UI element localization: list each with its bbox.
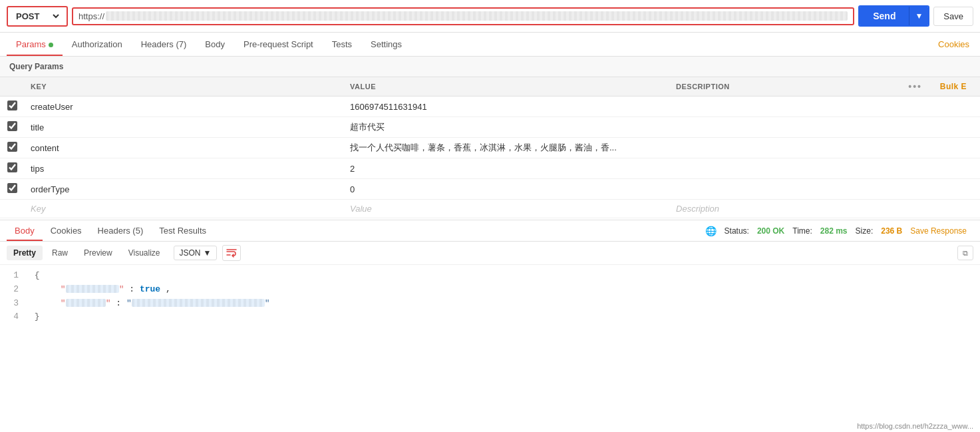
status-area: 🌐 Status: 200 OK Time: 282 ms Size: 236 … <box>699 226 973 236</box>
url-prefix: https:// <box>79 11 104 21</box>
row-description[interactable] <box>669 97 901 117</box>
word-wrap-button[interactable] <box>222 245 241 261</box>
url-bar: POST GET PUT DELETE PATCH https:// Send … <box>0 0 980 33</box>
row-key[interactable]: tips <box>24 158 343 179</box>
send-dropdown-button[interactable]: ▼ <box>909 7 928 25</box>
resp-tab-tests[interactable]: Test Results <box>151 220 214 241</box>
time-value: 282 ms <box>820 226 848 236</box>
method-select-wrapper[interactable]: POST GET PUT DELETE PATCH <box>7 6 68 27</box>
chevron-down-icon: ▼ <box>204 248 212 258</box>
code-line-4: 4 } <box>7 310 973 324</box>
row-key[interactable]: content <box>24 138 343 158</box>
tab-params[interactable]: Params <box>7 33 63 56</box>
table-row: createUser 1606974511631941 <box>0 97 980 117</box>
row-checkbox[interactable] <box>7 183 17 193</box>
row-description[interactable] <box>669 138 901 158</box>
row-key[interactable]: title <box>24 117 343 138</box>
tab-settings[interactable]: Settings <box>361 33 411 56</box>
save-response-button[interactable]: Save Response <box>910 226 967 236</box>
row-value[interactable]: 1606974511631941 <box>343 97 669 117</box>
bulk-edit-link[interactable]: Bulk E <box>940 82 967 91</box>
row-checkbox-cell[interactable] <box>0 138 24 158</box>
placeholder-key[interactable]: Key <box>24 200 343 218</box>
row-description[interactable] <box>669 117 901 138</box>
row-checkbox[interactable] <box>7 101 17 110</box>
row-key[interactable]: orderType <box>24 179 343 200</box>
fmt-preview-button[interactable]: Preview <box>77 246 119 260</box>
col-header-checkbox <box>0 77 24 97</box>
method-dropdown[interactable]: POST GET PUT DELETE PATCH <box>13 11 61 22</box>
cookies-link[interactable]: Cookies <box>934 33 973 56</box>
placeholder-desc[interactable]: Description <box>669 200 901 218</box>
status-label: Status: <box>725 226 749 236</box>
response-tabs: Body Cookies Headers (5) Test Results 🌐 … <box>0 220 980 242</box>
row-value[interactable]: 找一个人代买咖啡，薯条，香蕉，冰淇淋，水果，火腿肠，酱油，香... <box>343 138 669 158</box>
size-value: 236 B <box>881 226 902 236</box>
params-table: KEY VALUE DESCRIPTION ••• Bulk E createU… <box>0 77 980 218</box>
row-value[interactable]: 2 <box>343 158 669 179</box>
row-description[interactable] <box>669 158 901 179</box>
row-checkbox-cell[interactable] <box>0 158 24 179</box>
col-header-more: ••• <box>901 77 933 97</box>
url-blurred <box>106 11 848 21</box>
row-checkbox-cell[interactable] <box>0 117 24 138</box>
format-value: JSON <box>180 248 201 258</box>
placeholder-value[interactable]: Value <box>343 200 669 218</box>
code-display: 1 { 2 "" : true , 3 "" : "" 4 } <box>0 265 980 335</box>
format-dropdown[interactable]: JSON ▼ <box>174 246 218 260</box>
table-row: title 超市代买 <box>0 117 980 138</box>
row-key[interactable]: createUser <box>24 97 343 117</box>
tab-prerequest[interactable]: Pre-request Script <box>234 33 323 56</box>
col-header-value: VALUE <box>343 77 669 97</box>
resp-tab-cookies[interactable]: Cookies <box>43 220 90 241</box>
params-dot <box>49 43 53 47</box>
row-checkbox[interactable] <box>7 121 17 131</box>
col-header-key: KEY <box>24 77 343 97</box>
row-value[interactable]: 超市代买 <box>343 117 669 138</box>
col-header-bulk: Bulk E <box>933 77 980 97</box>
request-tabs: Params Authorization Headers (7) Body Pr… <box>0 33 980 57</box>
row-checkbox-cell[interactable] <box>0 179 24 200</box>
tab-authorization[interactable]: Authorization <box>63 33 132 56</box>
row-checkbox-cell[interactable] <box>0 97 24 117</box>
table-placeholder-row: Key Value Description <box>0 200 980 218</box>
resp-tab-body[interactable]: Body <box>7 220 43 241</box>
blurred-key-2 <box>66 299 106 307</box>
send-button[interactable]: Send <box>860 7 909 25</box>
tab-headers[interactable]: Headers (7) <box>132 33 196 56</box>
table-row: tips 2 <box>0 158 980 179</box>
query-params-title: Query Params <box>0 57 980 77</box>
save-button[interactable]: Save <box>933 7 973 26</box>
blurred-key-1 <box>66 285 119 293</box>
col-header-desc: DESCRIPTION <box>669 77 901 97</box>
tab-tests[interactable]: Tests <box>323 33 361 56</box>
fmt-raw-button[interactable]: Raw <box>45 246 75 260</box>
code-line-1: 1 { <box>7 269 973 283</box>
table-row: content 找一个人代买咖啡，薯条，香蕉，冰淇淋，水果，火腿肠，酱油，香..… <box>0 138 980 158</box>
url-input-wrapper[interactable]: https:// <box>72 7 854 25</box>
table-row: orderType 0 <box>0 179 980 200</box>
code-line-2: 2 "" : true , <box>7 283 973 297</box>
code-line-3: 3 "" : "" <box>7 297 973 311</box>
copy-button[interactable]: ⧉ <box>957 246 973 260</box>
send-button-wrapper: Send ▼ <box>858 5 929 27</box>
response-body: Pretty Raw Preview Visualize JSON ▼ ⧉ 1 … <box>0 242 980 335</box>
size-label: Size: <box>856 226 874 236</box>
row-checkbox[interactable] <box>7 142 17 152</box>
row-description[interactable] <box>669 179 901 200</box>
resp-tab-headers[interactable]: Headers (5) <box>90 220 152 241</box>
globe-icon: 🌐 <box>705 226 717 236</box>
row-checkbox[interactable] <box>7 162 17 172</box>
tab-body[interactable]: Body <box>196 33 234 56</box>
row-value[interactable]: 0 <box>343 179 669 200</box>
fmt-pretty-button[interactable]: Pretty <box>7 246 43 260</box>
query-params-section: Query Params KEY VALUE DESCRIPTION ••• B… <box>0 57 980 218</box>
status-code: 200 OK <box>757 226 784 236</box>
fmt-visualize-button[interactable]: Visualize <box>122 246 167 260</box>
format-bar: Pretty Raw Preview Visualize JSON ▼ ⧉ <box>0 242 980 265</box>
more-options-icon[interactable]: ••• <box>908 81 922 92</box>
time-label: Time: <box>792 226 812 236</box>
blurred-value-3 <box>132 299 265 307</box>
